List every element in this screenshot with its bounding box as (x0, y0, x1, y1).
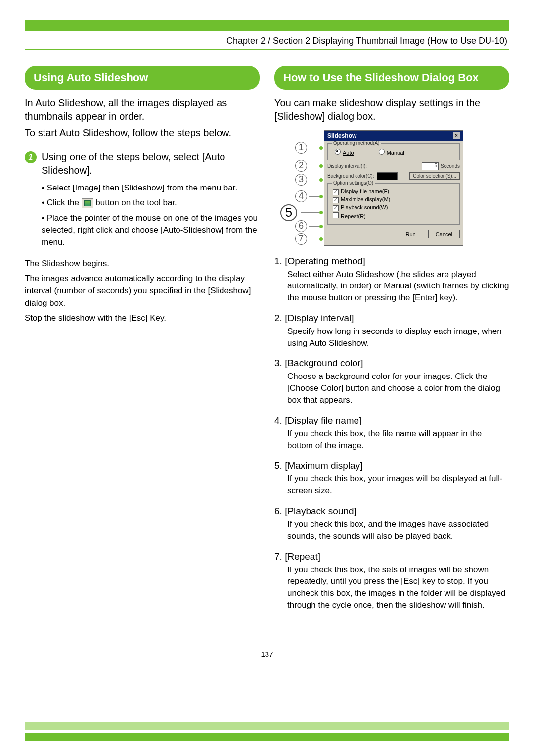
bg-label: Background color(C): (327, 173, 374, 179)
close-icon[interactable]: × (453, 132, 460, 139)
sub-step-1: • Select [Image] then [Slideshow] from t… (42, 182, 260, 194)
operating-method-group: Operating method(A) Auto Manual (327, 143, 460, 160)
interval-unit: Seconds (441, 163, 460, 169)
sub-step-3: • Place the pointer of the mouse on one … (42, 212, 260, 249)
color-selection-button[interactable]: Color selection(S)... (409, 172, 460, 180)
option-settings-group: Option settings(O) ✓Display file name(F)… (327, 183, 460, 225)
intro-para-1: In Auto Slideshow, all the images displa… (25, 96, 260, 123)
interval-label: Display interval(I): (327, 163, 367, 169)
interval-input[interactable]: 5 (422, 162, 439, 170)
right-intro: You can make slideshow display settings … (274, 96, 509, 123)
def-5: 5. [Maximum display] If you check this b… (274, 460, 509, 497)
callout-6: 6 (295, 220, 307, 232)
radio-manual[interactable]: Manual (379, 149, 404, 156)
left-column: Using Auto Slideshow In Auto Slideshow, … (25, 66, 260, 620)
callout-5: 5 (280, 204, 297, 221)
page-number: 137 (25, 650, 509, 658)
run-button[interactable]: Run (399, 230, 423, 238)
operating-method-legend: Operating method(A) (332, 141, 381, 146)
def-7: 7. [Repeat] If you check this box, the s… (274, 551, 509, 611)
dialog-title: Slideshow (327, 132, 356, 139)
intro-para-2: To start Auto Slideshow, follow the step… (25, 126, 260, 140)
background-color-row: Background color(C): Color selection(S).… (327, 172, 460, 180)
callout-4: 4 (295, 190, 307, 202)
step-number-1: 1 (25, 151, 37, 163)
dialog-buttons: Run Cancel (324, 227, 463, 241)
after-para-2: The images advance automatically accordi… (25, 273, 260, 309)
dialog-illustration: 1 2 3 4 5 6 7 Slideshow × Operating meth… (289, 130, 509, 246)
callout-2: 2 (295, 160, 307, 172)
breadcrumb: Chapter 2 / Section 2 Displaying Thumbna… (25, 33, 509, 50)
right-column: How to Use the Slideshow Dialog Box You … (274, 66, 509, 620)
slideshow-toolbar-icon (82, 198, 93, 208)
callout-numbers: 1 2 3 4 5 6 7 (289, 130, 321, 246)
slideshow-dialog-window: Slideshow × Operating method(A) Auto Man… (324, 130, 463, 246)
def-3: 3. [Background color] Choose a backgroun… (274, 358, 509, 406)
callout-7: 7 (295, 233, 307, 245)
display-interval-row: Display interval(I): 5 Seconds (327, 162, 460, 170)
check-repeat[interactable]: Repeat(R) (333, 212, 454, 219)
check-display-file-name[interactable]: ✓Display file name(F) (333, 189, 454, 195)
sub-step-2: • Click the button on the tool bar. (42, 197, 260, 209)
option-settings-legend: Option settings(O) (332, 180, 375, 186)
cancel-button[interactable]: Cancel (428, 230, 460, 238)
bottom-accent-bars (25, 722, 509, 741)
step-1-text: Using one of the steps below, select [Au… (42, 150, 260, 177)
sub-steps: • Select [Image] then [Slideshow] from t… (42, 182, 260, 249)
dialog-titlebar: Slideshow × (324, 131, 463, 141)
top-accent-bar (25, 20, 509, 31)
step-1: 1 Using one of the steps below, select [… (25, 150, 260, 177)
def-2: 2. [Display interval] Specify how long i… (274, 313, 509, 349)
heading-using-auto-slideshow: Using Auto Slideshow (25, 66, 260, 90)
after-para-1: The Slideshow begins. (25, 258, 260, 270)
def-6: 6. [Playback sound] If you check this bo… (274, 506, 509, 542)
after-para-3: Stop the slideshow with the [Esc] Key. (25, 312, 260, 325)
def-4: 4. [Display file name] If you check this… (274, 415, 509, 452)
breadcrumb-text: Chapter 2 / Section 2 Displaying Thumbna… (226, 36, 507, 46)
callout-1: 1 (295, 142, 307, 154)
check-maximize-display[interactable]: ✓Maximize display(M) (333, 196, 454, 203)
def-1: 1. [Operating method] Select either Auto… (274, 256, 509, 304)
callout-3: 3 (295, 174, 307, 186)
heading-slideshow-dialog: How to Use the Slideshow Dialog Box (274, 66, 509, 90)
check-playback-sound[interactable]: ✓Playback sound(W) (333, 204, 454, 211)
radio-auto[interactable]: Auto (335, 149, 354, 156)
bg-swatch (377, 172, 398, 180)
